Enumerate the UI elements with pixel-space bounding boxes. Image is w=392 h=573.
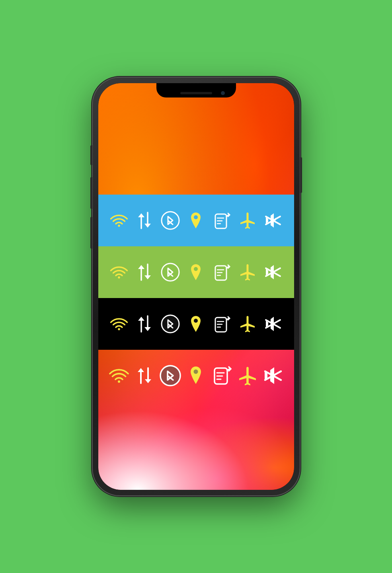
location-icon-black — [185, 314, 206, 334]
airplane-icon — [237, 210, 258, 231]
svg-point-7 — [194, 319, 198, 323]
bluetooth-icon-black — [160, 314, 181, 334]
data-transfer-icon-transparent — [133, 364, 156, 387]
airplane-icon-black — [237, 314, 258, 334]
data-transfer-icon-green — [134, 262, 155, 283]
mute-icon-green — [263, 262, 283, 283]
wifi-icon-green — [109, 262, 129, 283]
screen-rotate-icon — [211, 210, 232, 231]
mute-icon-black — [263, 314, 283, 334]
svg-point-10 — [194, 370, 198, 374]
svg-point-9 — [160, 366, 180, 386]
location-icon-transparent — [184, 364, 207, 387]
power-button — [300, 157, 302, 193]
bluetooth-icon — [160, 210, 181, 231]
data-transfer-icon-black — [134, 314, 155, 334]
bluetooth-icon-transparent — [159, 364, 182, 387]
svg-point-0 — [162, 212, 179, 229]
wifi-icon — [109, 210, 129, 231]
location-icon — [185, 210, 206, 231]
icon-row-green — [98, 246, 294, 298]
mute-icon — [263, 210, 283, 231]
screen-rotate-icon-black — [211, 314, 232, 334]
wifi-icon-black — [109, 314, 129, 334]
volume-down-button — [90, 217, 92, 249]
icon-row-black — [98, 298, 294, 350]
phone-mockup — [93, 78, 300, 495]
speaker — [180, 92, 212, 94]
icon-row-blue — [98, 195, 294, 246]
volume-up-button — [90, 177, 92, 209]
wifi-icon-transparent — [107, 364, 131, 387]
phone-screen-bezel — [98, 83, 294, 490]
icon-row-transparent — [98, 350, 294, 401]
front-camera — [221, 91, 225, 95]
screen-rotate-icon-green — [211, 262, 232, 283]
airplane-icon-green — [237, 262, 258, 283]
notch — [156, 83, 236, 97]
mute-icon-transparent — [261, 364, 285, 387]
svg-point-1 — [194, 215, 198, 219]
phone-screen — [98, 83, 294, 490]
phone-outer-shell — [93, 78, 300, 495]
svg-point-4 — [194, 267, 198, 271]
data-transfer-icon — [134, 210, 155, 231]
location-icon-green — [185, 262, 206, 283]
icon-rows-container — [98, 195, 294, 401]
bluetooth-icon-green — [160, 262, 181, 283]
mute-switch — [90, 145, 92, 165]
airplane-icon-transparent — [236, 364, 259, 387]
svg-point-3 — [162, 263, 179, 281]
screen-rotate-icon-transparent — [210, 364, 233, 387]
svg-point-6 — [162, 315, 179, 333]
